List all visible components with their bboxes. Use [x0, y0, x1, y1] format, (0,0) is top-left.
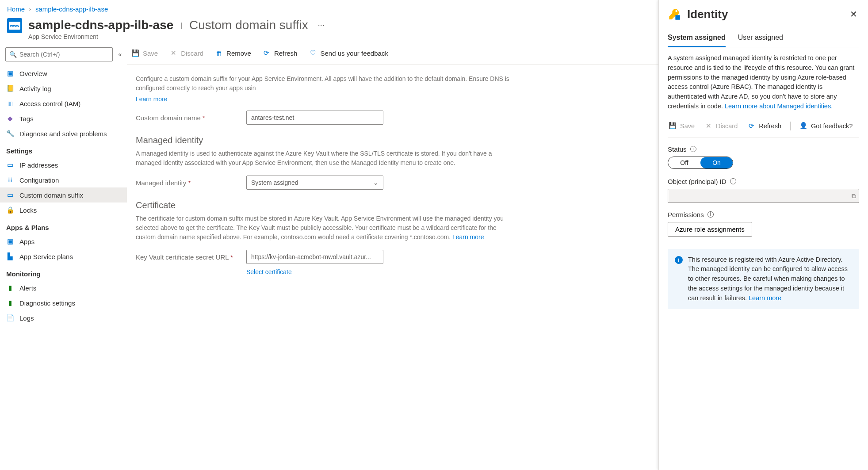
- svg-rect-0: [675, 15, 680, 20]
- nav-access-control[interactable]: ᐅ⃝Access control (IAM): [0, 96, 127, 111]
- info-learn-more-link[interactable]: Learn more: [749, 294, 781, 302]
- intro-text: Configure a custom domain suffix for you…: [136, 74, 516, 93]
- nav-alerts[interactable]: ▮Alerts: [0, 280, 127, 295]
- info-icon: i: [675, 256, 683, 264]
- nav-overview[interactable]: ▣Overview: [0, 66, 127, 81]
- certificate-desc: The certificate for custom domain suffix…: [136, 214, 516, 242]
- search-input-wrap[interactable]: 🔍: [5, 47, 113, 61]
- certificate-heading: Certificate: [136, 200, 516, 210]
- activity-log-icon: 📒: [6, 84, 14, 92]
- managed-identities-learn-link[interactable]: Learn more about Managed identities.: [725, 103, 833, 110]
- nav-apps[interactable]: ▣Apps: [0, 234, 127, 249]
- discard-button[interactable]: ✕Discard: [168, 47, 204, 59]
- info-callout: i This resource is registered with Azure…: [668, 249, 859, 310]
- status-label: Statusi: [668, 145, 859, 153]
- feedback-icon: 👤: [799, 122, 807, 130]
- save-icon: 💾: [131, 49, 139, 57]
- blade-feedback-button[interactable]: 👤Got feedback?: [799, 120, 853, 132]
- nav-activity-log[interactable]: 📒Activity log: [0, 81, 127, 96]
- nav-app-service-plans[interactable]: ▙App Service plans: [0, 249, 127, 264]
- select-certificate-link[interactable]: Select certificate: [246, 268, 292, 275]
- collapse-sidebar-button[interactable]: «: [118, 51, 122, 58]
- nav-group-monitoring: Monitoring: [0, 264, 127, 280]
- feedback-button[interactable]: ♡Send us your feedback: [308, 47, 389, 59]
- access-control-icon: ᐅ⃝: [6, 99, 14, 107]
- managed-identity-select[interactable]: System assigned ⌄: [246, 176, 383, 190]
- ip-icon: ▭: [6, 161, 14, 169]
- refresh-icon: ⟳: [263, 49, 271, 57]
- config-icon: ⁞⁞: [6, 176, 14, 184]
- close-blade-button[interactable]: ✕: [848, 7, 859, 21]
- azure-role-assignments-button[interactable]: Azure role assignments: [668, 222, 752, 237]
- status-toggle[interactable]: Off On: [668, 157, 733, 169]
- blade-title: Identity: [687, 8, 842, 21]
- learn-more-link[interactable]: Learn more: [136, 96, 168, 103]
- blade-description: A system assigned managed identity is re…: [668, 53, 859, 111]
- more-actions-button[interactable]: ···: [315, 21, 327, 30]
- nav-diagnose[interactable]: 🔧Diagnose and solve problems: [0, 126, 127, 141]
- nav-configuration[interactable]: ⁞⁞Configuration: [0, 172, 127, 187]
- search-input[interactable]: [19, 48, 109, 61]
- custom-domain-label: Custom domain name *: [136, 114, 242, 122]
- tab-user-assigned[interactable]: User assigned: [738, 30, 783, 47]
- resource-type-label: App Service Environment: [28, 33, 327, 40]
- permissions-label: Permissionsi: [668, 211, 859, 218]
- blade-discard-button[interactable]: ✕Discard: [704, 120, 738, 132]
- discard-icon: ✕: [704, 122, 712, 130]
- identity-tabs: System assigned User assigned: [668, 30, 859, 47]
- alerts-icon: ▮: [6, 284, 14, 292]
- chevron-right-icon: ›: [29, 6, 31, 12]
- managed-identity-label: Managed identity *: [136, 179, 242, 187]
- plans-icon: ▙: [6, 252, 14, 260]
- refresh-icon: ⟳: [747, 122, 755, 130]
- custom-domain-input[interactable]: [246, 111, 383, 125]
- blade-save-button[interactable]: 💾Save: [668, 120, 696, 132]
- nav-locks[interactable]: 🔒Locks: [0, 203, 127, 218]
- identity-blade: Identity ✕ System assigned User assigned…: [658, 0, 868, 466]
- nav-tags[interactable]: ◆Tags: [0, 111, 127, 126]
- chevron-down-icon: ⌄: [373, 179, 379, 186]
- breadcrumb-resource[interactable]: sample-cdns-app-ilb-ase: [35, 5, 108, 13]
- object-id-label: Object (principal) IDi: [668, 178, 859, 185]
- overview-icon: ▣: [6, 69, 14, 77]
- section-title: Custom domain suffix: [189, 18, 308, 32]
- tab-system-assigned[interactable]: System assigned: [668, 30, 726, 47]
- toggle-off[interactable]: Off: [668, 157, 700, 168]
- nav-group-settings: Settings: [0, 141, 127, 157]
- nav-logs[interactable]: 📄Logs: [0, 310, 127, 325]
- copy-icon[interactable]: ⧉: [852, 192, 856, 199]
- key-icon: [668, 8, 681, 21]
- domain-icon: ▭: [6, 191, 14, 199]
- blade-refresh-button[interactable]: ⟳Refresh: [746, 120, 782, 132]
- lock-icon: 🔒: [6, 206, 14, 214]
- refresh-button[interactable]: ⟳Refresh: [262, 47, 298, 59]
- apps-icon: ▣: [6, 237, 14, 245]
- cert-url-input[interactable]: [246, 250, 383, 264]
- remove-button[interactable]: 🗑Remove: [214, 47, 252, 59]
- breadcrumb-home[interactable]: Home: [7, 5, 25, 13]
- nav-diagnostic-settings[interactable]: ▮Diagnostic settings: [0, 295, 127, 310]
- heart-icon: ♡: [309, 49, 317, 57]
- logs-icon: 📄: [6, 314, 14, 322]
- nav-ip-addresses[interactable]: ▭IP addresses: [0, 157, 127, 172]
- cert-learn-more-link[interactable]: Learn more: [452, 233, 484, 241]
- discard-icon: ✕: [169, 49, 177, 57]
- resource-title: sample-cdns-app-ilb-ase: [28, 18, 173, 32]
- sidebar: 🔍 « ▣Overview 📒Activity log ᐅ⃝Access con…: [0, 45, 127, 466]
- info-icon[interactable]: i: [690, 146, 696, 152]
- trash-icon: 🗑: [215, 49, 223, 57]
- toggle-on[interactable]: On: [700, 157, 733, 168]
- nav-custom-domain-suffix[interactable]: ▭Custom domain suffix: [0, 187, 127, 203]
- diag-icon: ▮: [6, 299, 14, 307]
- info-icon[interactable]: i: [730, 178, 736, 184]
- save-button[interactable]: 💾Save: [130, 47, 159, 59]
- resource-icon: www: [7, 18, 22, 33]
- object-id-input[interactable]: ⧉: [668, 189, 859, 203]
- managed-identity-desc: A managed identity is used to authentica…: [136, 149, 516, 168]
- diagnose-icon: 🔧: [6, 130, 14, 138]
- managed-identity-heading: Managed identity: [136, 135, 516, 145]
- blade-toolbar: 💾Save ✕Discard ⟳Refresh 👤Got feedback?: [668, 117, 859, 135]
- info-icon[interactable]: i: [707, 211, 714, 218]
- tags-icon: ◆: [6, 115, 14, 122]
- nav-group-apps: Apps & Plans: [0, 218, 127, 234]
